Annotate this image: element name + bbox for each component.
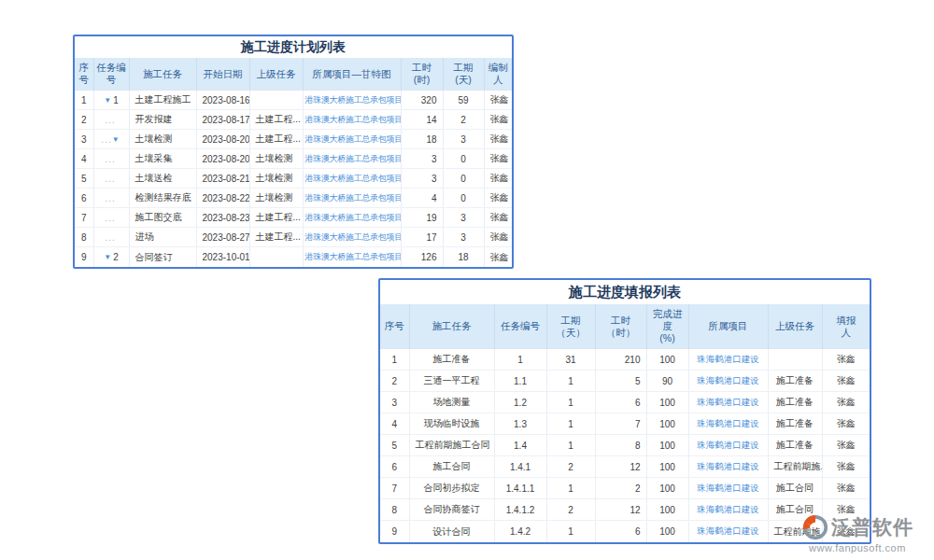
project-link[interactable]: 港珠澳大桥施工总承包项目	[305, 134, 402, 144]
cell-parent-task: 土壤检测	[249, 189, 303, 208]
cell-start-date: 2023-08-20	[196, 149, 249, 169]
cell-reporter: 张鑫	[822, 371, 870, 392]
cell-seq: 5	[380, 435, 409, 456]
vendor-watermark: 泛普软件 www.fanpusoft.com	[801, 513, 934, 553]
cell-task: 设计合同	[409, 521, 494, 542]
cell-project: 珠海鹤港口建设	[688, 521, 768, 542]
cell-progress: 100	[646, 456, 688, 478]
cell-hours: 12	[595, 456, 646, 478]
cell-start-date: 2023-08-21	[196, 169, 249, 189]
cell-task-no: ...	[93, 110, 129, 130]
project-link[interactable]: 珠海鹤港口建设	[697, 440, 759, 450]
expand-arrow-icon[interactable]: ▼	[104, 96, 111, 105]
cell-start-date: 2023-08-20	[196, 130, 249, 149]
col-header-start-date: 开始日期	[196, 58, 249, 91]
col-header-progress: 完成进度 (%)	[646, 304, 688, 349]
table-row: 3 ...▼ 土壤检测 2023-08-20 土建工程... 港珠澳大桥施工总承…	[75, 130, 512, 149]
cell-hours: 12	[595, 499, 646, 521]
cell-project: 港珠澳大桥施工总承包项目	[303, 208, 401, 228]
project-link[interactable]: 港珠澳大桥施工总承包项目	[305, 115, 402, 124]
ellipsis-icon: ...	[105, 213, 115, 223]
project-link[interactable]: 珠海鹤港口建设	[697, 483, 759, 493]
cell-parent-task: 施工准备	[768, 392, 822, 413]
table-row: 7 ... 施工图交底 2023-08-23 土建工程... 港珠澳大桥施工总承…	[75, 208, 512, 228]
cell-days: 3	[443, 228, 484, 247]
table-row: 6 施工合同 1.4.1 2 12 100 珠海鹤港口建设 工程前期施... 张…	[380, 456, 870, 478]
cell-author: 张鑫	[484, 247, 512, 267]
cell-task-no: 1.4.1	[494, 456, 546, 478]
cell-seq: 8	[380, 499, 409, 521]
cell-start-date: 2023-08-16	[196, 91, 249, 110]
cell-days: 1	[546, 521, 595, 542]
project-link[interactable]: 港珠澳大桥施工总承包项目	[305, 252, 402, 261]
project-link[interactable]: 珠海鹤港口建设	[697, 375, 759, 385]
col-header-days: 工期（天）	[546, 304, 595, 349]
project-link[interactable]: 珠海鹤港口建设	[697, 461, 759, 471]
project-link[interactable]: 港珠澳大桥施工总承包项目	[305, 232, 402, 242]
project-link[interactable]: 珠海鹤港口建设	[697, 354, 759, 364]
cell-task-no: 1.1	[494, 371, 546, 392]
project-link[interactable]: 港珠澳大桥施工总承包项目	[305, 174, 402, 183]
cell-parent-task	[249, 91, 303, 110]
cell-hours: 2	[595, 478, 646, 499]
cell-parent-task: 土壤检测	[249, 149, 303, 169]
cell-project: 港珠澳大桥施工总承包项目	[303, 149, 401, 169]
cell-task: 合同签订	[129, 247, 196, 267]
cell-task: 土壤送检	[129, 169, 196, 189]
cell-progress: 100	[646, 435, 688, 456]
col-header-seq: 序号	[75, 58, 93, 91]
expand-arrow-icon[interactable]: ▼	[104, 253, 111, 261]
col-header-days: 工期 (天)	[443, 58, 484, 91]
cell-parent-task: 土建工程...	[249, 110, 303, 130]
cell-seq: 2	[75, 110, 93, 130]
cell-hours: 7	[595, 413, 646, 435]
cell-days: 0	[443, 189, 484, 208]
cell-project: 珠海鹤港口建设	[688, 349, 768, 371]
table-row: 7 合同初步拟定 1.4.1.1 1 2 100 珠海鹤港口建设 施工合同 张鑫	[380, 478, 870, 499]
cell-project: 珠海鹤港口建设	[688, 478, 768, 499]
project-link[interactable]: 珠海鹤港口建设	[697, 504, 759, 514]
cell-project: 珠海鹤港口建设	[688, 435, 768, 456]
cell-hours: 6	[595, 392, 646, 413]
cell-reporter: 张鑫	[822, 435, 870, 456]
cell-start-date: 2023-08-27	[196, 228, 249, 247]
cell-hours: 3	[401, 149, 443, 169]
cell-start-date: 2023-10-01	[196, 247, 249, 267]
report-table-title: 施工进度填报列表	[380, 280, 870, 304]
project-link[interactable]: 珠海鹤港口建设	[697, 418, 759, 428]
expand-arrow-icon[interactable]: ▼	[112, 135, 120, 144]
cell-reporter: 张鑫	[822, 478, 870, 499]
cell-parent-task: 施工准备	[768, 435, 822, 456]
plan-table-header-row: 序号 任务编 号 施工任务 开始日期 上级任务 所属项目—甘特图 工时 (时) …	[75, 58, 512, 91]
project-link[interactable]: 港珠澳大桥施工总承包项目	[305, 193, 402, 203]
ellipsis-icon: ...	[105, 115, 115, 125]
cell-days: 1	[546, 392, 595, 413]
cell-task-no: ...	[93, 228, 129, 247]
cell-days: 0	[443, 169, 484, 189]
cell-author: 张鑫	[484, 91, 512, 110]
cell-parent-task: 土壤检测	[249, 169, 303, 189]
ellipsis-icon: ...	[105, 154, 115, 164]
project-link[interactable]: 珠海鹤港口建设	[697, 397, 759, 407]
cell-author: 张鑫	[484, 189, 512, 208]
cell-project: 港珠澳大桥施工总承包项目	[303, 189, 401, 208]
cell-task: 施工图交底	[129, 208, 196, 228]
cell-seq: 6	[75, 189, 93, 208]
cell-task-no: ▼1	[93, 91, 129, 110]
project-link[interactable]: 港珠澳大桥施工总承包项目	[305, 213, 402, 222]
col-header-seq: 序号	[380, 304, 409, 349]
project-link[interactable]: 珠海鹤港口建设	[697, 525, 759, 536]
project-link[interactable]: 港珠澳大桥施工总承包项目	[305, 154, 402, 163]
plan-table-title: 施工进度计划列表	[75, 36, 512, 58]
cell-project: 港珠澳大桥施工总承包项目	[303, 110, 401, 130]
cell-task: 合同协商签订	[409, 499, 494, 521]
cell-reporter: 张鑫	[822, 413, 870, 435]
project-link[interactable]: 港珠澳大桥施工总承包项目	[305, 95, 402, 105]
cell-task: 检测结果存底	[129, 189, 196, 208]
cell-author: 张鑫	[484, 149, 512, 169]
task-no-label: 2	[113, 252, 119, 262]
cell-task-no: ...	[93, 169, 129, 189]
cell-seq: 7	[75, 208, 93, 228]
cell-parent-task	[768, 349, 822, 371]
cell-task-no: 1	[494, 349, 546, 371]
